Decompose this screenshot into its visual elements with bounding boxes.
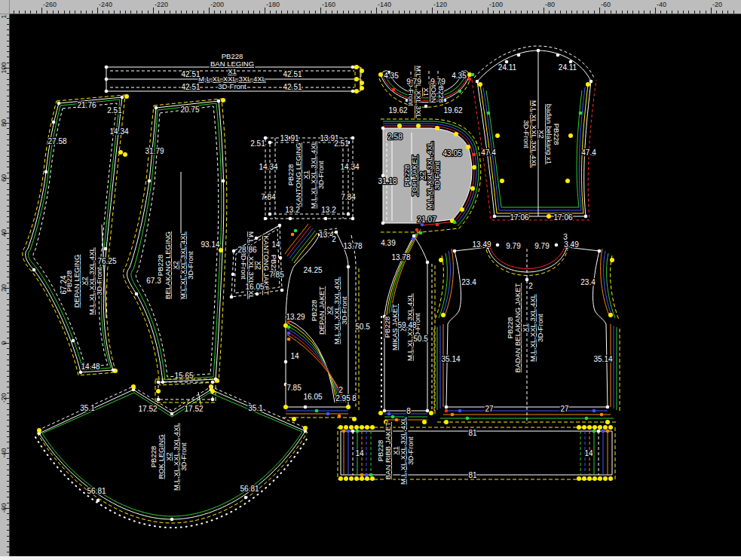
pattern-point[interactable] <box>365 476 369 481</box>
pattern-point[interactable] <box>370 476 375 481</box>
pattern-point[interactable] <box>603 476 608 481</box>
pattern-point[interactable] <box>517 54 521 57</box>
pattern-point[interactable] <box>156 389 161 393</box>
pattern-point[interactable] <box>472 165 476 170</box>
pattern-point[interactable] <box>351 66 355 69</box>
pattern-point[interactable] <box>568 133 573 138</box>
pattern-point[interactable] <box>600 413 604 417</box>
pattern-point[interactable] <box>360 69 364 73</box>
pattern-point[interactable] <box>118 150 123 155</box>
pattern-point[interactable] <box>395 418 399 422</box>
piece-badan-belakang-sleeve[interactable]: PB228badan belakang x1X2M,L,XL,XXL,3XL,4… <box>472 46 596 222</box>
pattern-point[interactable] <box>424 105 428 109</box>
pattern-point[interactable] <box>429 411 433 415</box>
pattern-point[interactable] <box>587 476 592 481</box>
pattern-point[interactable] <box>268 141 272 145</box>
pattern-point[interactable] <box>460 207 464 212</box>
pattern-point[interactable] <box>57 102 61 106</box>
pattern-point[interactable] <box>148 179 152 183</box>
pattern-point[interactable] <box>473 153 476 157</box>
pattern-point[interactable] <box>326 412 330 416</box>
pattern-point[interactable] <box>445 409 449 413</box>
pattern-point[interactable] <box>32 268 36 272</box>
pattern-point[interactable] <box>338 425 343 430</box>
pattern-point[interactable] <box>458 409 462 413</box>
pattern-point[interactable] <box>605 420 610 424</box>
pattern-point[interactable] <box>453 221 457 225</box>
pattern-point[interactable] <box>283 405 288 409</box>
piece-mikas-jaket[interactable]: PB228MIKAS JAKETX1M,L,XL,XXL,3XL,4XL3D-F… <box>378 228 435 424</box>
pattern-point[interactable] <box>426 261 430 265</box>
pattern-point[interactable] <box>383 409 387 413</box>
pattern-point[interactable] <box>354 476 359 481</box>
pattern-point[interactable] <box>537 49 540 53</box>
pattern-point[interactable] <box>342 430 346 433</box>
piece-rok-leging[interactable]: PB228ROK LEGINGX2M,L,XL,XXL,3XL,4XL3D-Fr… <box>35 384 308 528</box>
pattern-point[interactable] <box>346 405 351 409</box>
pattern-point[interactable] <box>586 82 590 87</box>
pattern-point[interactable] <box>292 417 296 421</box>
piece-kantong-jaket[interactable]: PB228KANTONG JAKETX2M,L,XL,XXL,3XL,4XL3D… <box>230 224 284 299</box>
piece-moon-collar[interactable]: PB228MOONX1M,L,XL,XXL,3XL3D-Front4.359.7… <box>378 66 474 118</box>
pattern-point[interactable] <box>294 229 298 233</box>
pattern-point[interactable] <box>105 66 109 69</box>
pattern-point[interactable] <box>170 412 174 416</box>
pattern-point[interactable] <box>466 417 470 421</box>
pattern-point[interactable] <box>412 234 416 238</box>
pattern-point[interactable] <box>391 415 395 419</box>
pattern-point[interactable] <box>525 278 529 282</box>
pattern-point[interactable] <box>360 473 364 477</box>
pattern-point[interactable] <box>547 214 551 219</box>
pattern-point[interactable] <box>211 398 215 402</box>
pattern-point[interactable] <box>453 249 457 253</box>
pattern-point[interactable] <box>170 518 174 522</box>
pattern-point[interactable] <box>439 258 443 262</box>
pattern-point[interactable] <box>135 292 139 296</box>
pattern-point[interactable] <box>37 428 41 433</box>
pattern-point[interactable] <box>381 222 385 225</box>
pattern-point[interactable] <box>287 338 291 341</box>
pattern-point[interactable] <box>105 90 109 93</box>
pattern-point[interactable] <box>493 215 497 219</box>
pattern-canvas[interactable]: PB228BAN LEGINGX1M,L,XL,XXL,3XL,4XL3D-Fr… <box>0 0 741 560</box>
pattern-point[interactable] <box>338 415 341 418</box>
pattern-point[interactable] <box>610 258 614 262</box>
piece-ban-ribb-jaket[interactable]: PB228BAN RIBB JAKETX1M,L,XL,XXL,3XL,4XL3… <box>338 417 615 485</box>
pattern-point[interactable] <box>96 499 100 503</box>
pattern-point[interactable] <box>598 425 602 430</box>
pattern-point[interactable] <box>344 476 348 481</box>
pattern-point[interactable] <box>435 126 439 130</box>
pattern-point[interactable] <box>592 430 596 433</box>
pattern-point[interactable] <box>582 425 586 430</box>
pattern-point[interactable] <box>356 430 360 433</box>
pattern-point[interactable] <box>52 121 56 124</box>
pattern-point[interactable] <box>454 132 458 136</box>
pattern-point[interactable] <box>72 339 75 343</box>
pattern-point[interactable] <box>360 81 364 85</box>
pattern-point[interactable] <box>592 425 597 430</box>
pattern-point[interactable] <box>397 124 402 128</box>
pattern-point[interactable] <box>351 217 355 221</box>
pattern-point[interactable] <box>603 425 608 430</box>
pattern-point[interactable] <box>378 411 383 415</box>
pattern-point[interactable] <box>555 243 559 247</box>
pattern-point[interactable] <box>335 231 338 234</box>
pattern-point[interactable] <box>354 77 359 81</box>
pattern-point[interactable] <box>445 405 449 409</box>
pattern-point[interactable] <box>131 384 136 389</box>
pattern-point[interactable] <box>392 88 396 92</box>
pattern-point[interactable] <box>264 217 268 221</box>
pattern-point[interactable] <box>105 78 109 81</box>
pattern-point[interactable] <box>387 412 391 416</box>
pattern-point[interactable] <box>606 430 610 433</box>
piece-badan-belakang-jaket[interactable]: PB228BADAN BELAKANG JAKETX1M,L,XL,XXL,3X… <box>434 233 620 424</box>
pattern-point[interactable] <box>157 381 161 384</box>
pattern-point[interactable] <box>381 127 385 130</box>
pattern-point[interactable] <box>360 86 364 90</box>
pattern-point[interactable] <box>556 54 560 57</box>
pattern-point[interactable] <box>244 496 248 500</box>
pattern-point[interactable] <box>354 89 359 93</box>
pattern-point[interactable] <box>369 473 373 477</box>
pattern-point[interactable] <box>268 213 272 216</box>
pattern-point[interactable] <box>112 369 115 372</box>
